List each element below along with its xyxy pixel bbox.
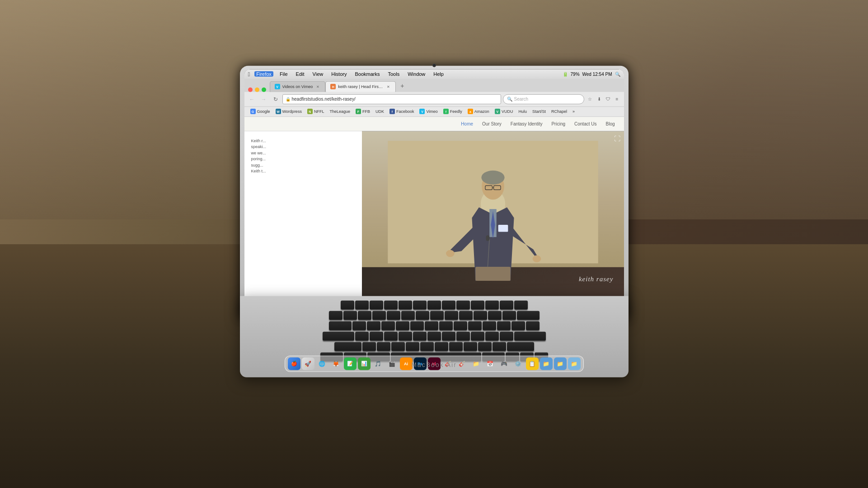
dock-icon-safari[interactable]: 🌐 bbox=[316, 357, 328, 370]
key-w[interactable] bbox=[367, 321, 380, 330]
key-minus[interactable] bbox=[488, 311, 502, 320]
key-h[interactable] bbox=[427, 331, 441, 340]
key-backtick[interactable] bbox=[329, 311, 343, 320]
search-bar[interactable]: 🔍 Search bbox=[503, 94, 584, 104]
menu-item-history[interactable]: History bbox=[329, 71, 348, 77]
bookmark-more[interactable]: » bbox=[570, 107, 577, 116]
tab-close-vimeo[interactable]: ✕ bbox=[315, 84, 320, 89]
key-8[interactable] bbox=[445, 311, 458, 320]
key-rshift[interactable] bbox=[507, 342, 534, 351]
dock-icon-numbers[interactable]: 📊 bbox=[358, 357, 371, 370]
key-lshift[interactable] bbox=[334, 342, 361, 351]
key-slash[interactable] bbox=[493, 342, 506, 351]
tab-vimeo[interactable]: V Videos on Vimeo ✕ bbox=[270, 81, 326, 92]
maximize-window-button[interactable] bbox=[262, 87, 266, 92]
url-bar[interactable]: 🔒 headfirststudios.net/keith-rasey/ bbox=[282, 94, 501, 104]
dock-icon-firefox[interactable]: 🦊 bbox=[330, 357, 343, 370]
bookmark-hulu[interactable]: Hulu bbox=[516, 107, 529, 116]
bookmark-amazon[interactable]: a Amazon bbox=[465, 107, 492, 116]
shield-icon[interactable]: 🛡 bbox=[604, 95, 612, 103]
menu-item-window[interactable]: Window bbox=[406, 71, 427, 77]
key-lbracket[interactable] bbox=[497, 321, 511, 330]
key-2[interactable] bbox=[358, 311, 371, 320]
menu-item-view[interactable]: View bbox=[311, 71, 325, 77]
fullscreen-button[interactable]: ⛶ bbox=[614, 135, 620, 142]
key-4[interactable] bbox=[387, 311, 400, 320]
key-e[interactable] bbox=[381, 321, 395, 330]
key-f8[interactable] bbox=[456, 300, 470, 309]
menu-icon[interactable]: ≡ bbox=[613, 95, 621, 103]
key-r[interactable] bbox=[396, 321, 409, 330]
key-b[interactable] bbox=[420, 342, 434, 351]
key-f6[interactable] bbox=[427, 300, 441, 309]
key-i[interactable] bbox=[454, 321, 467, 330]
key-backslash[interactable] bbox=[526, 321, 540, 330]
forward-button[interactable]: → bbox=[259, 94, 269, 104]
new-tab-button[interactable]: + bbox=[398, 81, 407, 90]
tab-close-headfirst[interactable]: ✕ bbox=[385, 84, 391, 89]
site-nav-blog[interactable]: Blog bbox=[605, 121, 615, 126]
menu-item-edit[interactable]: Edit bbox=[294, 71, 306, 77]
dock-icon-folder2[interactable]: 📁 bbox=[554, 357, 567, 370]
bookmark-udk[interactable]: UDK bbox=[373, 107, 386, 116]
key-f7[interactable] bbox=[442, 300, 455, 309]
key-y[interactable] bbox=[425, 321, 438, 330]
dock-icon-contacts[interactable]: 📁 bbox=[470, 357, 483, 370]
key-equals[interactable] bbox=[502, 311, 516, 320]
dock-icon-folder1[interactable]: 📁 bbox=[540, 357, 553, 370]
dock-icon-finder[interactable]: 🍎 bbox=[288, 357, 300, 370]
key-o[interactable] bbox=[468, 321, 482, 330]
key-s[interactable] bbox=[370, 331, 383, 340]
key-semicolon[interactable] bbox=[485, 331, 499, 340]
dock-icon-evernote[interactable]: 📝 bbox=[344, 357, 357, 370]
key-f4[interactable] bbox=[399, 300, 412, 309]
dock-icon-calendar[interactable]: 📅 bbox=[484, 357, 497, 370]
key-return[interactable] bbox=[514, 331, 546, 340]
dock-icon-appstore[interactable]: 🎮 bbox=[498, 357, 511, 370]
key-tab[interactable] bbox=[329, 321, 352, 330]
key-1[interactable] bbox=[343, 311, 357, 320]
key-rbracket[interactable] bbox=[511, 321, 525, 330]
key-q[interactable] bbox=[352, 321, 366, 330]
key-delete[interactable] bbox=[517, 311, 540, 320]
key-f1[interactable] bbox=[355, 300, 369, 309]
minimize-window-button[interactable] bbox=[255, 87, 259, 92]
key-6[interactable] bbox=[416, 311, 429, 320]
key-g[interactable] bbox=[413, 331, 427, 340]
dock-icon-garageband[interactable]: 🎸 bbox=[456, 357, 469, 370]
bookmark-vimeo[interactable]: V Vimeo bbox=[417, 107, 440, 116]
back-button[interactable]: ← bbox=[247, 94, 257, 104]
key-f10[interactable] bbox=[485, 300, 499, 309]
key-3[interactable] bbox=[372, 311, 386, 320]
site-nav-pricing[interactable]: Pricing bbox=[551, 121, 565, 126]
key-x[interactable] bbox=[377, 342, 390, 351]
bookmark-rchapel[interactable]: RChapel bbox=[549, 107, 569, 116]
key-f5[interactable] bbox=[413, 300, 427, 309]
site-nav-contact[interactable]: Contact Us bbox=[574, 121, 596, 126]
menu-item-bookmarks[interactable]: Bookmarks bbox=[353, 71, 381, 77]
dock-icon-notes[interactable]: 📋 bbox=[526, 357, 539, 370]
key-f11[interactable] bbox=[500, 300, 513, 309]
site-nav-home[interactable]: Home bbox=[461, 121, 473, 126]
key-comma[interactable] bbox=[464, 342, 477, 351]
bookmark-nffl[interactable]: N NFFL bbox=[305, 107, 327, 116]
dock-icon-illustrator[interactable]: Ai bbox=[400, 357, 413, 370]
key-f12[interactable] bbox=[514, 300, 528, 309]
close-window-button[interactable] bbox=[248, 87, 253, 92]
key-z[interactable] bbox=[362, 342, 376, 351]
bookmark-theleague[interactable]: TheLeague bbox=[327, 107, 352, 116]
dock-icon-itunes[interactable]: 🎵 bbox=[372, 357, 385, 370]
key-c[interactable] bbox=[391, 342, 405, 351]
download-icon[interactable]: ⬇ bbox=[595, 95, 603, 103]
tab-headfirst[interactable]: H keith rasey | Head First Studi... ✕ bbox=[325, 81, 396, 92]
key-m[interactable] bbox=[449, 342, 463, 351]
key-9[interactable] bbox=[459, 311, 473, 320]
bookmark-feedly[interactable]: f Feedly bbox=[441, 107, 464, 116]
key-v[interactable] bbox=[406, 342, 419, 351]
key-0[interactable] bbox=[474, 311, 487, 320]
menu-item-file[interactable]: File bbox=[278, 71, 290, 77]
key-capslock[interactable] bbox=[323, 331, 354, 340]
bookmark-ffb[interactable]: F FFB bbox=[353, 107, 372, 116]
key-k[interactable] bbox=[456, 331, 470, 340]
video-player[interactable]: keith rasey ⛶ bbox=[362, 131, 624, 316]
